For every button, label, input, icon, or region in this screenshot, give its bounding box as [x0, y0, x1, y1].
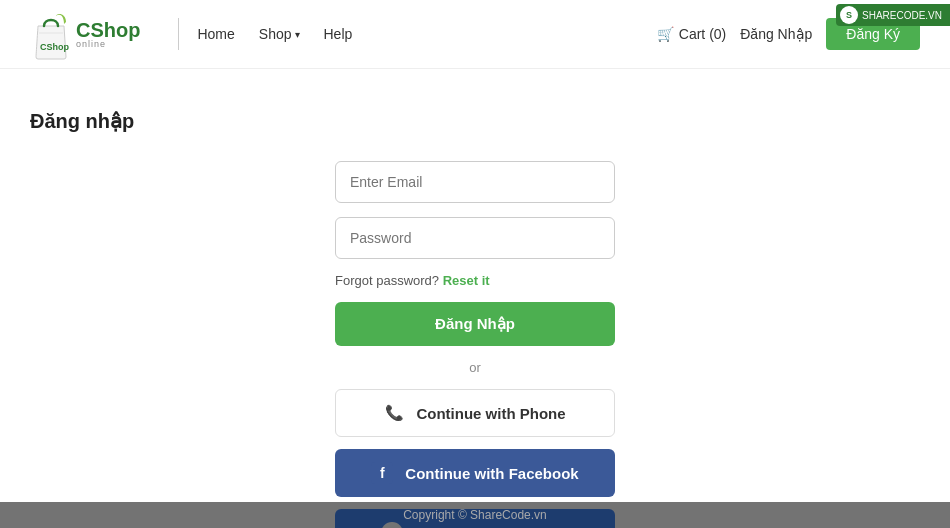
sharecode-icon: S — [840, 6, 858, 24]
nav-help[interactable]: Help — [324, 26, 353, 42]
dang-nhap-link[interactable]: Đăng Nhập — [740, 26, 812, 42]
nav-shop[interactable]: Shop — [259, 26, 300, 42]
main-nav: Home Shop Help — [197, 26, 656, 42]
phone-button[interactable]: 📞 Continue with Phone — [335, 389, 615, 437]
or-divider: or — [469, 360, 481, 375]
phone-button-label: Continue with Phone — [416, 405, 565, 422]
password-input[interactable] — [335, 217, 615, 259]
login-form: Forgot password? Reset it Đăng Nhập or 📞… — [335, 161, 615, 528]
svg-text:CShop: CShop — [40, 42, 69, 52]
header-divider — [178, 18, 179, 50]
page-title: Đăng nhập — [30, 109, 920, 133]
watermark: Copyright © ShareCode.vn — [0, 502, 950, 528]
nav-home[interactable]: Home — [197, 26, 234, 42]
login-button[interactable]: Đăng Nhập — [335, 302, 615, 346]
logo-online-label: online — [76, 40, 140, 49]
cart-icon: 🛒 — [657, 26, 674, 42]
phone-icon: 📞 — [384, 403, 404, 423]
facebook-button[interactable]: f Continue with Facebook — [335, 449, 615, 497]
logo-text: CShop online — [76, 20, 140, 49]
main-content: Đăng nhập Forgot password? Reset it Đăng… — [0, 69, 950, 528]
logo-icon: CShop — [30, 8, 72, 60]
logo-area: CShop CShop online — [30, 8, 140, 60]
facebook-icon: f — [371, 462, 393, 484]
cart-button[interactable]: 🛒 Cart (0) — [657, 26, 726, 42]
email-input[interactable] — [335, 161, 615, 203]
cart-label: Cart (0) — [679, 26, 726, 42]
forgot-text: Forgot password? — [335, 273, 439, 288]
sharecode-label: SHARECODE.VN — [862, 10, 942, 21]
watermark-text: Copyright © ShareCode.vn — [403, 508, 547, 522]
header: CShop CShop online Home Shop Help 🛒 Cart… — [0, 0, 950, 69]
sharecode-badge: S SHARECODE.VN — [836, 4, 950, 26]
reset-link[interactable]: Reset it — [443, 273, 490, 288]
facebook-button-label: Continue with Facebook — [405, 465, 578, 482]
logo-cshop-label: CShop — [76, 20, 140, 40]
forgot-password-row: Forgot password? Reset it — [335, 273, 615, 288]
